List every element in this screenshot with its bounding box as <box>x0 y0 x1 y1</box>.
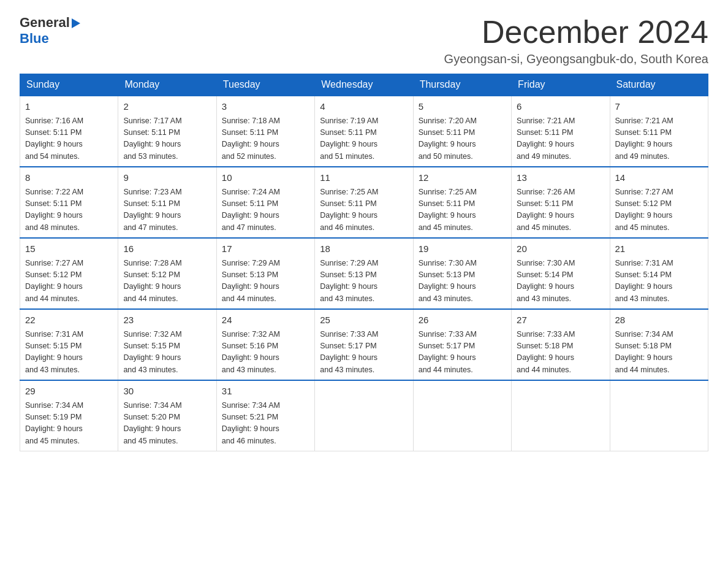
day-number: 26 <box>419 313 506 327</box>
month-title: December 2024 <box>444 15 708 50</box>
day-number: 17 <box>222 242 309 256</box>
calendar-cell: 26Sunrise: 7:33 AMSunset: 5:17 PMDayligh… <box>413 309 511 380</box>
day-info: Sunrise: 7:27 AMSunset: 5:12 PMDaylight:… <box>25 259 83 303</box>
calendar-cell: 16Sunrise: 7:28 AMSunset: 5:12 PMDayligh… <box>118 238 216 309</box>
day-number: 6 <box>517 100 604 114</box>
day-info: Sunrise: 7:17 AMSunset: 5:11 PMDaylight:… <box>123 117 181 161</box>
header-thursday: Thursday <box>413 74 511 96</box>
calendar-cell: 27Sunrise: 7:33 AMSunset: 5:18 PMDayligh… <box>512 309 610 380</box>
calendar-table: Sunday Monday Tuesday Wednesday Thursday… <box>20 74 708 451</box>
day-info: Sunrise: 7:30 AMSunset: 5:13 PMDaylight:… <box>419 259 477 303</box>
calendar-cell: 11Sunrise: 7:25 AMSunset: 5:11 PMDayligh… <box>315 167 413 238</box>
day-number: 7 <box>615 100 703 114</box>
day-number: 25 <box>320 313 408 327</box>
day-number: 3 <box>222 100 309 114</box>
logo-blue-text: Blue <box>20 31 49 46</box>
calendar-cell: 4Sunrise: 7:19 AMSunset: 5:11 PMDaylight… <box>315 96 413 167</box>
day-info: Sunrise: 7:24 AMSunset: 5:11 PMDaylight:… <box>222 188 280 232</box>
day-info: Sunrise: 7:27 AMSunset: 5:12 PMDaylight:… <box>615 188 673 232</box>
day-number: 16 <box>123 242 211 256</box>
day-info: Sunrise: 7:34 AMSunset: 5:18 PMDaylight:… <box>615 330 673 374</box>
calendar-week-row: 29Sunrise: 7:34 AMSunset: 5:19 PMDayligh… <box>20 380 708 451</box>
calendar-cell: 1Sunrise: 7:16 AMSunset: 5:11 PMDaylight… <box>20 96 118 167</box>
day-info: Sunrise: 7:29 AMSunset: 5:13 PMDaylight:… <box>320 259 378 303</box>
day-number: 13 <box>517 171 604 185</box>
day-number: 2 <box>123 100 211 114</box>
calendar-week-row: 8Sunrise: 7:22 AMSunset: 5:11 PMDaylight… <box>20 167 708 238</box>
day-number: 30 <box>123 385 211 399</box>
day-number: 24 <box>222 313 309 327</box>
day-number: 4 <box>320 100 408 114</box>
calendar-cell: 12Sunrise: 7:25 AMSunset: 5:11 PMDayligh… <box>413 167 511 238</box>
header-tuesday: Tuesday <box>216 74 314 96</box>
calendar-cell: 6Sunrise: 7:21 AMSunset: 5:11 PMDaylight… <box>512 96 610 167</box>
location-subtitle: Gyeongsan-si, Gyeongsangbuk-do, South Ko… <box>444 52 708 66</box>
day-number: 20 <box>517 242 604 256</box>
day-info: Sunrise: 7:18 AMSunset: 5:11 PMDaylight:… <box>222 117 280 161</box>
header-saturday: Saturday <box>610 74 708 96</box>
day-info: Sunrise: 7:23 AMSunset: 5:11 PMDaylight:… <box>123 188 181 232</box>
calendar-week-row: 15Sunrise: 7:27 AMSunset: 5:12 PMDayligh… <box>20 238 708 309</box>
day-info: Sunrise: 7:34 AMSunset: 5:21 PMDaylight:… <box>222 401 280 445</box>
logo: General Blue <box>20 15 80 47</box>
calendar-cell: 31Sunrise: 7:34 AMSunset: 5:21 PMDayligh… <box>216 380 314 451</box>
day-number: 11 <box>320 171 408 185</box>
day-info: Sunrise: 7:25 AMSunset: 5:11 PMDaylight:… <box>320 188 378 232</box>
calendar-cell: 21Sunrise: 7:31 AMSunset: 5:14 PMDayligh… <box>610 238 708 309</box>
calendar-cell: 7Sunrise: 7:21 AMSunset: 5:11 PMDaylight… <box>610 96 708 167</box>
day-info: Sunrise: 7:20 AMSunset: 5:11 PMDaylight:… <box>419 117 477 161</box>
day-info: Sunrise: 7:32 AMSunset: 5:16 PMDaylight:… <box>222 330 280 374</box>
day-info: Sunrise: 7:21 AMSunset: 5:11 PMDaylight:… <box>615 117 673 161</box>
header-sunday: Sunday <box>20 74 118 96</box>
calendar-cell: 13Sunrise: 7:26 AMSunset: 5:11 PMDayligh… <box>512 167 610 238</box>
day-number: 18 <box>320 242 408 256</box>
header-monday: Monday <box>118 74 216 96</box>
day-info: Sunrise: 7:34 AMSunset: 5:19 PMDaylight:… <box>25 401 83 445</box>
day-info: Sunrise: 7:28 AMSunset: 5:12 PMDaylight:… <box>123 259 181 303</box>
calendar-cell <box>413 380 511 451</box>
day-number: 15 <box>25 242 113 256</box>
calendar-cell: 23Sunrise: 7:32 AMSunset: 5:15 PMDayligh… <box>118 309 216 380</box>
day-number: 22 <box>25 313 113 327</box>
day-info: Sunrise: 7:33 AMSunset: 5:18 PMDaylight:… <box>517 330 575 374</box>
calendar-cell: 19Sunrise: 7:30 AMSunset: 5:13 PMDayligh… <box>413 238 511 309</box>
day-info: Sunrise: 7:33 AMSunset: 5:17 PMDaylight:… <box>419 330 477 374</box>
day-info: Sunrise: 7:16 AMSunset: 5:11 PMDaylight:… <box>25 117 83 161</box>
day-info: Sunrise: 7:25 AMSunset: 5:11 PMDaylight:… <box>419 188 477 232</box>
logo-general-text: General <box>20 15 70 31</box>
header-friday: Friday <box>512 74 610 96</box>
day-number: 8 <box>25 171 113 185</box>
day-info: Sunrise: 7:22 AMSunset: 5:11 PMDaylight:… <box>25 188 83 232</box>
calendar-cell: 3Sunrise: 7:18 AMSunset: 5:11 PMDaylight… <box>216 96 314 167</box>
day-number: 1 <box>25 100 113 114</box>
calendar-cell: 25Sunrise: 7:33 AMSunset: 5:17 PMDayligh… <box>315 309 413 380</box>
calendar-cell: 17Sunrise: 7:29 AMSunset: 5:13 PMDayligh… <box>216 238 314 309</box>
calendar-header-row: Sunday Monday Tuesday Wednesday Thursday… <box>20 74 708 96</box>
calendar-cell: 30Sunrise: 7:34 AMSunset: 5:20 PMDayligh… <box>118 380 216 451</box>
day-number: 28 <box>615 313 703 327</box>
calendar-cell: 20Sunrise: 7:30 AMSunset: 5:14 PMDayligh… <box>512 238 610 309</box>
calendar-cell: 8Sunrise: 7:22 AMSunset: 5:11 PMDaylight… <box>20 167 118 238</box>
calendar-cell: 14Sunrise: 7:27 AMSunset: 5:12 PMDayligh… <box>610 167 708 238</box>
title-block: December 2024 Gyeongsan-si, Gyeongsangbu… <box>444 15 708 66</box>
calendar-cell: 15Sunrise: 7:27 AMSunset: 5:12 PMDayligh… <box>20 238 118 309</box>
calendar-week-row: 22Sunrise: 7:31 AMSunset: 5:15 PMDayligh… <box>20 309 708 380</box>
calendar-cell: 10Sunrise: 7:24 AMSunset: 5:11 PMDayligh… <box>216 167 314 238</box>
day-number: 21 <box>615 242 703 256</box>
calendar-cell: 5Sunrise: 7:20 AMSunset: 5:11 PMDaylight… <box>413 96 511 167</box>
day-number: 31 <box>222 385 309 399</box>
calendar-cell: 22Sunrise: 7:31 AMSunset: 5:15 PMDayligh… <box>20 309 118 380</box>
day-number: 27 <box>517 313 604 327</box>
calendar-cell <box>512 380 610 451</box>
day-info: Sunrise: 7:29 AMSunset: 5:13 PMDaylight:… <box>222 259 280 303</box>
logo-arrow-icon <box>72 18 80 28</box>
calendar-cell <box>610 380 708 451</box>
header-wednesday: Wednesday <box>315 74 413 96</box>
calendar-cell: 28Sunrise: 7:34 AMSunset: 5:18 PMDayligh… <box>610 309 708 380</box>
day-info: Sunrise: 7:19 AMSunset: 5:11 PMDaylight:… <box>320 117 378 161</box>
day-number: 10 <box>222 171 309 185</box>
calendar-cell: 18Sunrise: 7:29 AMSunset: 5:13 PMDayligh… <box>315 238 413 309</box>
day-number: 19 <box>419 242 506 256</box>
day-info: Sunrise: 7:21 AMSunset: 5:11 PMDaylight:… <box>517 117 575 161</box>
day-info: Sunrise: 7:33 AMSunset: 5:17 PMDaylight:… <box>320 330 378 374</box>
